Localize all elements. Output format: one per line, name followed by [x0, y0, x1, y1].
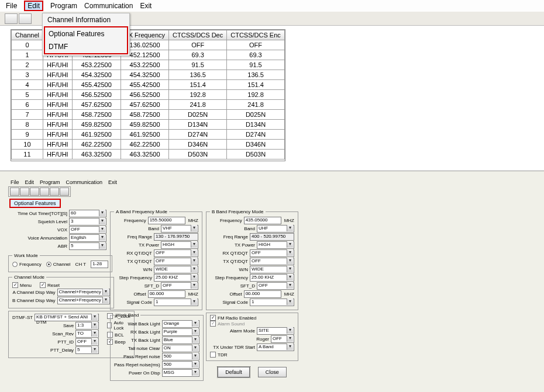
table-row[interactable]: 11HF/UHI463.32500463.32500D503ND503NHI — [12, 150, 286, 159]
b-off-input[interactable]: 00.000 — [244, 290, 281, 298]
b-band-select[interactable]: UHF — [257, 225, 294, 233]
menu2-file[interactable]: File — [11, 179, 19, 185]
save-select[interactable]: 1:3 — [75, 322, 99, 329]
cell[interactable]: 463.32500 — [120, 150, 168, 159]
table-row[interactable]: 4HF/UHI455.42500455.42500151.4151.4HI — [12, 80, 286, 90]
cell[interactable]: 456.52500 — [120, 90, 168, 100]
cell[interactable]: 456.52500 — [72, 90, 120, 100]
col-header[interactable]: CTCSS/DCS Enc — [227, 30, 285, 40]
table-row[interactable]: 3HF/UHI454.32500454.32500136.5136.5HI — [12, 70, 286, 80]
cell[interactable]: 3 — [12, 70, 43, 80]
table-row[interactable]: 8HF/UHI459.82500459.82500D134ND134NHI — [12, 120, 286, 130]
toolbar-button[interactable] — [19, 13, 32, 24]
b-step-select[interactable]: 25.00 KHZ — [250, 274, 294, 282]
a-wn-select[interactable]: WIDE — [154, 266, 198, 273]
cell[interactable]: 69.3 — [169, 50, 227, 60]
cell[interactable]: HI — [284, 40, 285, 50]
cell[interactable]: HF/UHI — [43, 110, 72, 120]
txu-select[interactable]: A Band — [257, 344, 294, 351]
cell[interactable]: HF/UHI — [43, 150, 72, 159]
tot-select[interactable]: 60 — [69, 210, 106, 217]
b-wn-select[interactable]: WIDE — [250, 266, 294, 273]
col-header[interactable]: CTCSS/DCS Dec — [169, 30, 227, 40]
cell[interactable]: 454.32500 — [120, 70, 168, 80]
menu-exit[interactable]: Exit — [140, 2, 152, 10]
a-txqt-select[interactable]: OFF — [154, 258, 198, 265]
cell[interactable]: 6 — [12, 100, 43, 110]
pttd-select[interactable]: 5 — [75, 346, 99, 354]
cell[interactable]: 463.32500 — [72, 150, 120, 159]
cell[interactable]: OFF — [169, 40, 227, 50]
b-freq-input[interactable]: 435.05000 — [244, 217, 281, 224]
col-header[interactable]: TX F — [284, 30, 285, 40]
cell[interactable]: 241.8 — [169, 100, 227, 110]
close-button[interactable]: Close — [258, 367, 287, 377]
cell[interactable]: HI — [284, 130, 285, 140]
cell[interactable]: HI — [284, 100, 285, 110]
cell[interactable]: HF/UHI — [43, 70, 72, 80]
ptt-select[interactable]: OFF — [75, 338, 99, 346]
menu2-exit[interactable]: Exit — [108, 179, 117, 185]
cht-input[interactable]: 1-28 — [91, 261, 108, 268]
tb-btn[interactable] — [40, 188, 49, 196]
cell[interactable]: HI — [284, 140, 285, 150]
menu-edit[interactable]: Edit — [24, 1, 43, 11]
tb-btn[interactable] — [50, 188, 59, 196]
chk-menu[interactable]: Menu — [12, 282, 32, 288]
a-sig-select[interactable]: 1 — [154, 299, 198, 306]
cell[interactable]: 9 — [12, 130, 43, 140]
cell[interactable]: HI — [284, 120, 285, 130]
cell[interactable]: 461.92500 — [120, 130, 168, 140]
a-txp-select[interactable]: HIGH — [161, 241, 198, 249]
b-rxqt-select[interactable]: OFF — [250, 249, 294, 257]
cell[interactable]: 0 — [12, 40, 43, 50]
cell[interactable]: HF/UHI — [43, 60, 72, 70]
rxbl-select[interactable]: Purple — [162, 328, 199, 336]
prn-select[interactable]: 500 — [162, 353, 199, 360]
chk-reset[interactable]: Reset — [40, 282, 60, 288]
cell[interactable]: 453.22500 — [72, 60, 120, 70]
sql-select[interactable]: 3 — [69, 218, 106, 226]
a-band-select[interactable]: VHF — [161, 225, 198, 233]
cell[interactable]: HF/UHI — [43, 80, 72, 90]
cell[interactable]: D134N — [169, 120, 227, 130]
cell[interactable]: 7 — [12, 110, 43, 120]
cell[interactable]: 2 — [12, 60, 43, 70]
cell[interactable]: 136.5 — [227, 70, 285, 80]
txbl-select[interactable]: Blue — [162, 337, 199, 344]
table-row[interactable]: 6HF/UHI457.62500457.62500241.8241.8HI — [12, 100, 286, 110]
cell[interactable]: 457.62500 — [120, 100, 168, 110]
am-select[interactable]: SITE — [257, 327, 294, 335]
cell[interactable]: HI — [284, 50, 285, 60]
cell[interactable]: D025N — [169, 110, 227, 120]
default-button[interactable]: Default — [218, 367, 250, 377]
menu-file[interactable]: File — [6, 2, 17, 10]
dtmfst-select[interactable]: KB DTMFST + Send ANI DTM — [35, 314, 99, 321]
prnms-select[interactable]: 500 — [162, 361, 199, 369]
cell[interactable]: 192.8 — [227, 90, 285, 100]
cell[interactable]: 458.72500 — [120, 110, 168, 120]
cell[interactable]: 151.4 — [227, 80, 285, 90]
cell[interactable]: 10 — [12, 140, 43, 150]
b-sig-select[interactable]: 1 — [250, 299, 294, 306]
cell[interactable]: HF/UHI — [43, 120, 72, 130]
table-row[interactable]: 5HF/UHI456.52500456.52500192.8192.8HI — [12, 90, 286, 100]
chk-fm[interactable]: FM Radio Enabled — [210, 315, 294, 321]
cell[interactable]: D346N — [227, 140, 285, 150]
radio-frequency[interactable]: Frequency — [12, 262, 42, 267]
menu-channel-info[interactable]: Channel Information — [43, 13, 129, 26]
cell[interactable]: HF/UHI — [43, 140, 72, 150]
cell[interactable]: 453.22500 — [120, 60, 168, 70]
b-txp-select[interactable]: HIGH — [257, 241, 294, 249]
tb-btn[interactable] — [60, 188, 69, 196]
cell[interactable]: 462.22500 — [120, 140, 168, 150]
va-select[interactable]: English — [69, 234, 106, 242]
cell[interactable]: D503N — [169, 150, 227, 159]
table-row[interactable]: 7HF/UHI458.72500458.72500D025ND025NHI — [12, 110, 286, 120]
vox-select[interactable]: OFF — [69, 226, 106, 234]
cell[interactable]: 459.82500 — [120, 120, 168, 130]
cell[interactable]: 5 — [12, 90, 43, 100]
menu2-edit[interactable]: Edit — [25, 179, 35, 185]
cell[interactable]: HI — [284, 60, 285, 70]
cell[interactable]: D346N — [169, 140, 227, 150]
